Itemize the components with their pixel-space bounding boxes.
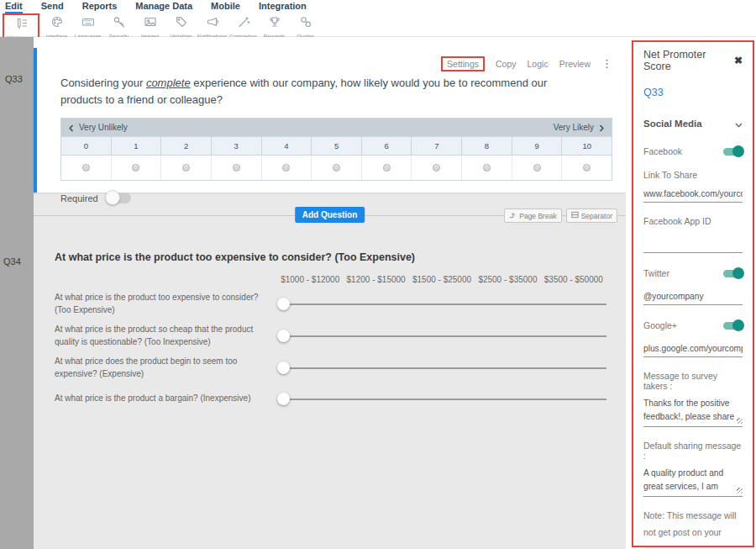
toolbar-item-variables[interactable]: Variables [165, 13, 197, 40]
google-plus-toggle[interactable] [723, 322, 743, 330]
nps-radio-4[interactable] [262, 156, 312, 180]
nps-radio-2[interactable] [161, 156, 212, 180]
twitter-handle-input[interactable] [643, 290, 743, 305]
menu-item-edit[interactable]: Edit [5, 1, 23, 13]
twitter-toggle[interactable] [723, 270, 743, 277]
slider-handle[interactable] [277, 330, 290, 342]
nps-radio-3[interactable] [212, 156, 262, 180]
menu-item-mobile[interactable]: Mobile [211, 1, 240, 12]
default-sharing-message-textarea[interactable]: A quality product and great services, I … [643, 467, 743, 497]
slider-track[interactable] [282, 399, 606, 400]
toolbar-item-notifications[interactable]: Notifications [197, 13, 228, 40]
slider-row-expensive: At what price does the product begin to … [55, 356, 626, 380]
close-icon[interactable]: ✖ [734, 55, 743, 66]
google-plus-link-input[interactable] [643, 342, 743, 357]
panel-question-ref[interactable]: Q33 [643, 87, 743, 98]
nps-radio-10[interactable] [562, 156, 612, 180]
social-media-section-header[interactable]: Social Media [643, 116, 743, 131]
page-break-icon [509, 211, 517, 220]
nps-point-label: 3 [212, 137, 262, 155]
toolbar-item-completion[interactable]: Completion [228, 13, 259, 40]
menu-item-manage-data[interactable]: Manage Data [135, 1, 192, 12]
menu-item-send[interactable]: Send [41, 1, 64, 12]
page-break-button[interactable]: Page Break [504, 209, 561, 223]
toolbar-item-security[interactable]: Security [103, 13, 134, 40]
more-options-icon[interactable]: ⋮ [601, 60, 612, 68]
toggle-knob [732, 319, 744, 331]
slider-track[interactable] [282, 335, 606, 337]
toggle-knob [105, 190, 120, 205]
slider-handle[interactable] [277, 393, 290, 405]
toolbar-item-languages[interactable]: Languages [72, 13, 103, 40]
scale-right-anchor[interactable]: Very Likely [554, 120, 604, 135]
tag-icon [175, 15, 188, 32]
menu-item-integration[interactable]: Integration [259, 1, 307, 12]
workspace-icon [14, 17, 28, 34]
resize-grip-icon[interactable] [737, 488, 743, 494]
top-menubar: Edit Send Reports Manage Data Mobile Int… [0, 0, 756, 13]
scale-right-label: Very Likely [554, 123, 594, 132]
question-text-prefix: Considering your [60, 77, 146, 89]
required-toggle[interactable] [106, 193, 131, 203]
link-to-share-input[interactable] [643, 187, 743, 203]
radio-icon [433, 164, 440, 172]
scale-left-anchor[interactable]: Very Unlikely [69, 120, 128, 135]
facebook-app-id-input[interactable] [643, 238, 743, 253]
nps-radio-1[interactable] [112, 156, 162, 180]
toolbar-item-interface[interactable]: Interface [41, 13, 72, 40]
separator-button[interactable]: Separator [566, 209, 617, 223]
logic-button[interactable]: Logic [528, 59, 549, 69]
key-icon [113, 15, 126, 32]
price-slider [277, 393, 606, 405]
section-label: Social Media [643, 119, 702, 129]
add-question-button[interactable]: Add Question [295, 207, 365, 223]
facebook-toggle-row: Facebook [643, 146, 743, 156]
nps-radio-8[interactable] [462, 156, 512, 180]
nps-radio-6[interactable] [362, 156, 412, 180]
message-to-survey-takers-textarea[interactable]: Thanks for the positive feedback!, pleas… [643, 397, 743, 427]
palette-icon [50, 15, 64, 32]
page-break-label: Page Break [519, 212, 556, 220]
question-card-q33: Settings Copy Logic Preview ⋮ Considerin… [34, 48, 626, 193]
nps-point-label: 4 [262, 137, 312, 155]
separator-label: Separator [581, 212, 612, 220]
facebook-toggle[interactable] [723, 148, 743, 156]
copy-button[interactable]: Copy [496, 59, 517, 69]
nps-radio-5[interactable] [312, 156, 362, 180]
nps-point-label: 5 [312, 137, 362, 155]
price-column-label: $1000 - $12000 [277, 275, 343, 284]
separator-icon [571, 211, 579, 220]
slider-row-too-inexpensive: At what price is the product so cheap th… [55, 324, 626, 348]
nps-point-label: 7 [412, 137, 462, 155]
slider-track[interactable] [282, 304, 606, 305]
scale-left-label: Very Unlikely [79, 123, 128, 132]
nps-radio-row [61, 155, 612, 180]
nps-radio-7[interactable] [412, 156, 462, 180]
slider-track[interactable] [282, 367, 606, 369]
slider-handle[interactable] [277, 362, 290, 374]
menu-item-reports[interactable]: Reports [82, 1, 118, 12]
nps-radio-9[interactable] [512, 156, 563, 180]
settings-button[interactable]: Settings [441, 56, 485, 71]
slider-handle[interactable] [277, 298, 290, 310]
radio-icon [533, 164, 541, 172]
question-id-gutter: Q33 Q34 [0, 37, 34, 549]
resize-grip-icon[interactable] [737, 418, 743, 424]
toolbar-item-images[interactable]: Images [134, 13, 165, 40]
radio-icon [233, 164, 240, 172]
nps-radio-0[interactable] [61, 156, 112, 180]
question-text-q34[interactable]: At what price is the product too expensi… [55, 251, 626, 263]
chain-icon [299, 15, 312, 32]
facebook-app-id-label: Facebook App ID [643, 216, 743, 226]
link-to-share-label: Link To Share [643, 170, 743, 180]
preview-button[interactable]: Preview [559, 59, 591, 69]
toolbar-item-rewards[interactable]: Rewards [259, 13, 290, 40]
insert-question-bar: Add Question Page Break Separator [34, 208, 626, 224]
toolbar-item-quotas[interactable]: Quotas [290, 13, 321, 40]
question-text-q33[interactable]: Considering your complete experience wit… [60, 75, 580, 108]
price-slider [277, 330, 606, 342]
radio-icon [182, 164, 190, 172]
question-card-q34: At what price is the product too expensi… [34, 251, 626, 409]
canvas-panel-gap [626, 37, 632, 549]
google-plus-label: Google+ [643, 320, 677, 330]
